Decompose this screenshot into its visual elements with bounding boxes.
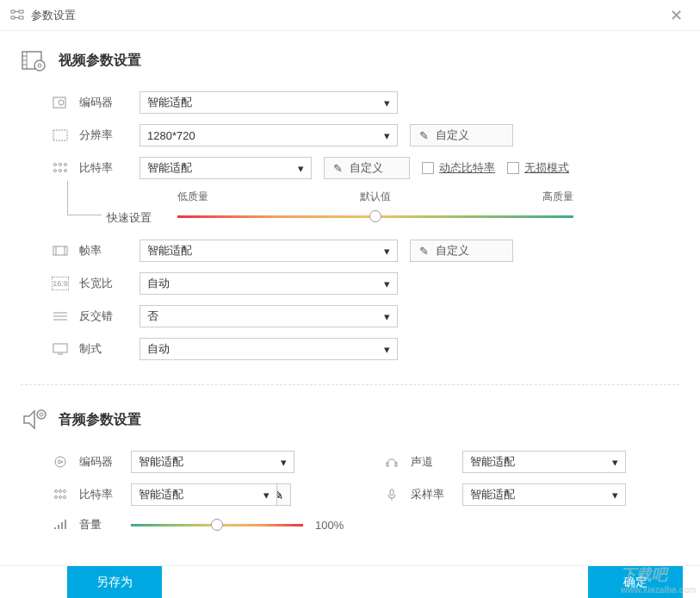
video-resolution-label: 分辨率 <box>79 128 139 143</box>
window-title: 参数设置 <box>31 8 663 23</box>
audio-samplerate-dropdown[interactable]: 智能适配 ▾ <box>462 483 626 506</box>
audio-section-header: 音频参数设置 <box>21 406 679 433</box>
microphone-icon <box>383 488 400 501</box>
chevron-down-icon: ▾ <box>298 162 304 175</box>
audio-samplerate-row: 采样率 智能适配 ▾ <box>383 483 680 506</box>
video-standard-dropdown[interactable]: 自动 ▾ <box>139 338 398 360</box>
svg-point-39 <box>59 496 62 499</box>
chevron-down-icon: ▾ <box>612 489 618 501</box>
video-encoder-dropdown[interactable]: 智能适配 ▾ <box>139 91 398 114</box>
svg-point-16 <box>54 164 57 166</box>
framerate-icon <box>52 244 69 258</box>
framerate-custom-button[interactable]: ✎ 自定义 <box>410 240 513 262</box>
section-divider <box>21 384 679 385</box>
settings-tree-icon <box>10 9 24 22</box>
svg-point-31 <box>40 413 43 416</box>
aspect-ratio-icon: 16:9 <box>52 277 69 290</box>
close-button[interactable]: ✕ <box>663 3 690 28</box>
chevron-down-icon: ▾ <box>384 245 390 258</box>
pencil-icon: ✎ <box>419 245 429 258</box>
video-aspect-label: 长宽比 <box>79 276 139 291</box>
audio-encoder-dropdown[interactable]: 智能适配 ▾ <box>131 451 294 473</box>
gear-icon <box>52 96 69 109</box>
svg-point-38 <box>55 496 58 499</box>
svg-point-37 <box>64 490 66 493</box>
video-resolution-dropdown[interactable]: 1280*720 ▾ <box>139 124 398 146</box>
audio-encoder-label: 编码器 <box>79 454 131 470</box>
svg-point-20 <box>59 170 62 172</box>
audio-encoder-icon <box>52 455 69 469</box>
dynamic-bitrate-checkbox[interactable]: 动态比特率 <box>422 160 495 176</box>
resolution-custom-button[interactable]: ✎ 自定义 <box>410 124 513 146</box>
resolution-icon <box>52 128 69 142</box>
svg-rect-0 <box>11 10 15 13</box>
lossless-mode-checkbox[interactable]: 无损模式 <box>507 160 569 176</box>
svg-rect-1 <box>11 16 15 19</box>
svg-rect-41 <box>390 489 393 495</box>
ok-button[interactable]: 确定 <box>588 566 683 598</box>
video-deinterlace-row: 反交错 否 ▾ <box>21 305 679 327</box>
audio-channel-label: 声道 <box>411 454 462 470</box>
volume-slider[interactable] <box>131 516 303 533</box>
svg-rect-28 <box>53 344 67 352</box>
svg-point-14 <box>59 100 64 105</box>
audio-volume-label: 音量 <box>79 517 131 533</box>
audio-bitrate-dropdown[interactable]: 智能适配 ▾ <box>131 483 277 506</box>
film-gear-icon <box>21 47 48 74</box>
audio-bitrate-row: 比特率 智能适配 ▾ ✎ <box>52 483 349 506</box>
video-resolution-row: 分辨率 1280*720 ▾ ✎ 自定义 <box>21 124 679 146</box>
volume-value: 100% <box>315 519 344 532</box>
deinterlace-icon <box>52 309 69 323</box>
video-bitrate-label: 比特率 <box>79 160 139 176</box>
chevron-down-icon: ▾ <box>384 129 390 142</box>
svg-point-30 <box>37 410 46 419</box>
chevron-down-icon: ▾ <box>384 310 390 323</box>
svg-point-36 <box>59 490 62 493</box>
audio-bitrate-label: 比特率 <box>79 487 131 502</box>
bitrate-icon <box>52 161 69 175</box>
save-as-button[interactable]: 另存为 <box>67 566 162 598</box>
video-framerate-label: 帧率 <box>79 243 139 259</box>
checkbox-icon <box>422 162 434 174</box>
video-framerate-dropdown[interactable]: 智能适配 ▾ <box>139 240 398 262</box>
audio-encoder-row: 编码器 智能适配 ▾ <box>52 451 349 473</box>
svg-rect-15 <box>53 130 67 140</box>
svg-point-40 <box>64 496 66 499</box>
audio-channel-dropdown[interactable]: 智能适配 ▾ <box>462 451 626 473</box>
audio-samplerate-label: 采样率 <box>411 487 462 502</box>
svg-point-35 <box>55 490 58 493</box>
headphone-icon <box>383 455 400 469</box>
video-deinterlace-dropdown[interactable]: 否 ▾ <box>139 305 398 327</box>
svg-point-18 <box>65 164 67 166</box>
video-standard-label: 制式 <box>79 341 139 357</box>
slider-thumb[interactable] <box>369 210 381 222</box>
audio-volume-row: 音量 100% <box>52 516 349 533</box>
chevron-down-icon: ▾ <box>612 456 618 469</box>
quality-slider-labels: 低质量 默认值 高质量 <box>177 190 573 204</box>
slider-thumb[interactable] <box>211 519 223 531</box>
volume-bars-icon <box>52 518 69 532</box>
speaker-gear-icon <box>21 406 48 433</box>
chevron-down-icon: ▾ <box>281 456 287 469</box>
content-area: 视频参数设置 编码器 智能适配 ▾ 分辨率 1280*720 ▾ ✎ 自定义 <box>0 31 700 565</box>
audio-bitrate-icon <box>52 488 69 501</box>
video-aspect-dropdown[interactable]: 自动 ▾ <box>139 272 398 295</box>
chevron-down-icon: ▾ <box>263 489 269 501</box>
video-bitrate-dropdown[interactable]: 智能适配 ▾ <box>139 157 312 179</box>
quality-slider[interactable] <box>177 208 573 225</box>
svg-point-21 <box>65 170 67 172</box>
video-standard-row: 制式 自动 ▾ <box>21 338 679 360</box>
checkbox-icon <box>507 162 519 174</box>
chevron-down-icon: ▾ <box>384 97 390 109</box>
bitrate-custom-button[interactable]: ✎ 自定义 <box>324 157 410 179</box>
pencil-icon: ✎ <box>333 162 343 175</box>
audio-channel-row: 声道 智能适配 ▾ <box>383 451 680 473</box>
quick-settings-row: 快速设置 低质量 默认值 高质量 <box>21 190 679 226</box>
video-section-header: 视频参数设置 <box>21 47 679 74</box>
svg-rect-22 <box>53 246 67 255</box>
tv-standard-icon <box>52 342 69 356</box>
connector-line <box>67 181 102 215</box>
video-encoder-row: 编码器 智能适配 ▾ <box>21 91 679 114</box>
chevron-down-icon: ▾ <box>384 343 390 356</box>
titlebar: 参数设置 ✕ <box>0 0 700 31</box>
